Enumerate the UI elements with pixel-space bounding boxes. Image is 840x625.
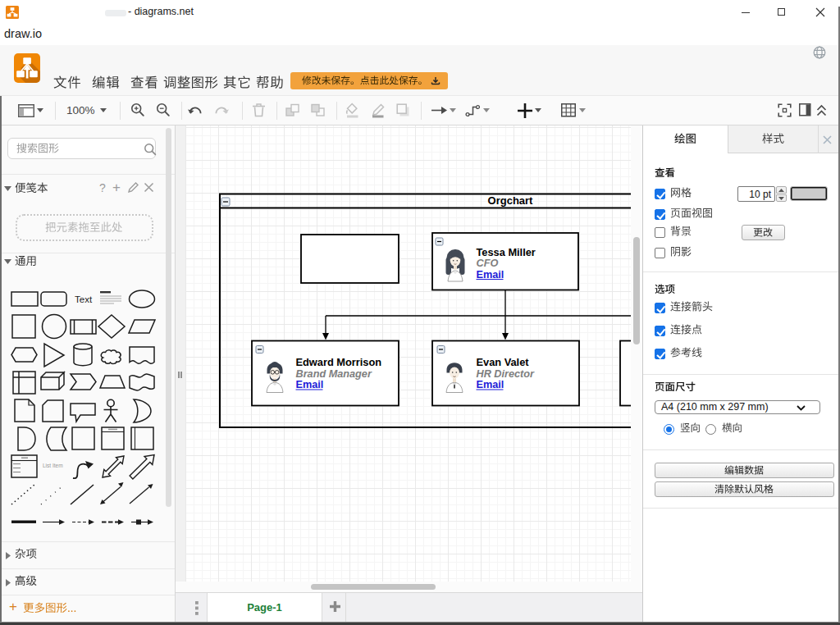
svg-text:Orgchart: Orgchart (488, 194, 534, 207)
svg-text:CFO: CFO (477, 258, 499, 269)
svg-text:List Item: List Item (43, 463, 63, 468)
svg-text:Text: Text (75, 294, 93, 304)
svg-text:Tessa Miller: Tessa Miller (477, 246, 536, 258)
svg-text:Evan Valet: Evan Valet (477, 356, 530, 368)
svg-text:Email: Email (296, 379, 324, 390)
svg-text:Edward Morrison: Edward Morrison (296, 356, 382, 368)
svg-text:Email: Email (477, 269, 504, 281)
svg-text:Email: Email (477, 379, 504, 390)
svg-text:HR Director: HR Director (477, 368, 536, 380)
svg-text:Brand Manager: Brand Manager (296, 368, 372, 380)
